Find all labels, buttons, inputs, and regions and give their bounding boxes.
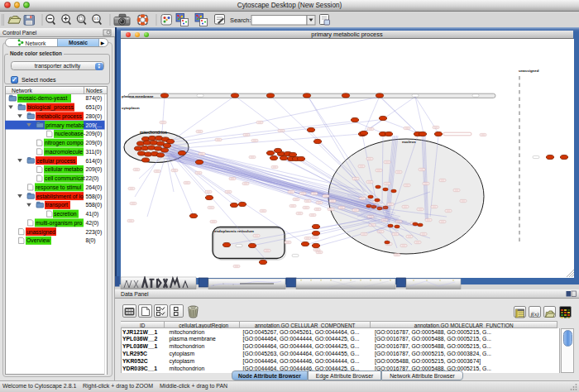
svg-text:macromolecule: macromolecule: [45, 149, 83, 155]
svg-text:614(0): 614(0): [86, 158, 103, 165]
svg-text:unassigned: unassigned: [519, 69, 539, 73]
svg-text:651(0): 651(0): [86, 104, 103, 111]
svg-text:establishment of lo: establishment of lo: [36, 194, 84, 199]
svg-text:209(0): 209(0): [86, 166, 103, 173]
svg-text:311(0): 311(0): [86, 149, 102, 155]
svg-text:nucleus: nucleus: [402, 140, 416, 144]
svg-text:secretion: secretion: [54, 211, 77, 217]
svg-text:cellular process: cellular process: [36, 158, 76, 165]
svg-text:280(0): 280(0): [86, 113, 103, 120]
svg-text:biological_process: biological_process: [27, 104, 74, 111]
svg-text:endoplasmic reticulum: endoplasmic reticulum: [214, 229, 254, 233]
svg-text:558(0): 558(0): [86, 202, 103, 208]
svg-text:209(0): 209(0): [86, 131, 103, 137]
svg-text:plasma membrane: plasma membrane: [122, 94, 154, 98]
svg-text:transport: transport: [45, 202, 68, 208]
svg-text:nucleobase-: nucleobase-: [55, 131, 85, 136]
svg-text:cellular metabo: cellular metabo: [45, 166, 83, 172]
svg-text:multi-organism pro: multi-organism pro: [36, 220, 82, 227]
svg-text:22(0): 22(0): [86, 175, 99, 182]
svg-text:cytoplasm: cytoplasm: [122, 106, 140, 110]
svg-text:1:1: 1:1: [94, 17, 99, 21]
svg-text:209(...: 209(...: [86, 122, 102, 129]
svg-text:f(x): f(x): [531, 311, 539, 318]
svg-text:nitrogen compo: nitrogen compo: [45, 140, 84, 146]
svg-text:cell communicat: cell communicat: [45, 175, 85, 181]
svg-text:558(0): 558(0): [86, 194, 103, 200]
svg-text:223(0): 223(0): [86, 229, 103, 236]
svg-text:Overview: Overview: [26, 237, 50, 243]
svg-text:41(0): 41(0): [86, 211, 99, 218]
svg-text:mitochondrion: mitochondrion: [140, 131, 167, 135]
svg-text:Search:: Search:: [230, 17, 251, 24]
svg-text:42(0): 42(0): [86, 220, 99, 227]
svg-text:264(0): 264(0): [86, 184, 103, 191]
svg-text:primary metabo: primary metabo: [45, 122, 84, 129]
svg-text:209(0): 209(0): [86, 140, 103, 146]
svg-text:response to stimul: response to stimul: [36, 184, 82, 191]
svg-text:mosaic-demo-yeast: mosaic-demo-yeast: [18, 95, 67, 102]
svg-text:874(0): 874(0): [86, 95, 103, 102]
svg-text:unassigned: unassigned: [26, 229, 55, 236]
svg-text:8(0): 8(0): [86, 237, 96, 244]
svg-text:metabolic process: metabolic process: [36, 113, 82, 120]
